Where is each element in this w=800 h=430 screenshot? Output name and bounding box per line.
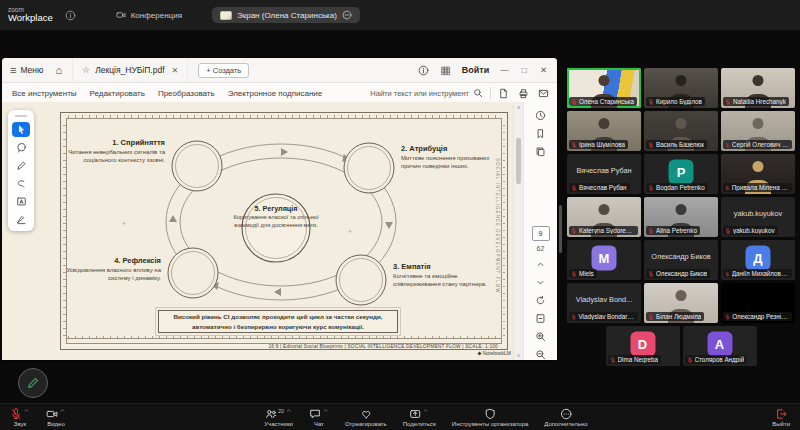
- toolbar-button-выйти[interactable]: Выйти: [772, 408, 790, 427]
- search-box[interactable]: Найти текст или инструмент: [370, 88, 483, 98]
- pdf-viewport[interactable]: 1. СприйняттяЧитання невербальних сигнал…: [2, 102, 557, 360]
- info-icon[interactable]: [65, 10, 76, 21]
- toolbar-button-инструменты-организатора[interactable]: Инструменты организатора: [452, 408, 528, 427]
- participant-tile[interactable]: Олена Старинська: [567, 68, 641, 108]
- info-icon[interactable]: [418, 65, 429, 76]
- toolbar-button-дополнительно[interactable]: Дополнительно: [544, 408, 587, 427]
- home-icon[interactable]: ⌂: [55, 65, 62, 76]
- participant-video: [676, 75, 687, 86]
- pdf-scrollbar-thumb[interactable]: [516, 138, 521, 184]
- node-body: Миттєве пояснення прихованих причин пове…: [401, 154, 501, 171]
- participant-tile[interactable]: Кирило Буділов: [644, 68, 718, 108]
- participant-tile[interactable]: Олександр Резніченко: [721, 283, 795, 323]
- mic-off-icon: [648, 99, 654, 105]
- toolbar-button-участники[interactable]: 20Участники: [264, 408, 293, 427]
- menu-item-1[interactable]: Редактировать: [90, 89, 145, 98]
- participant-name-label: Олена Старинська: [579, 98, 634, 105]
- tab-shared-screen[interactable]: Экран (Олена Старинська): [212, 7, 360, 23]
- chevron-up-icon[interactable]: [422, 407, 429, 414]
- participant-tile[interactable]: DDima Negreba: [606, 326, 680, 366]
- mail-icon[interactable]: [538, 88, 549, 99]
- participant-name-label: Vladyslav Bondarenko: [578, 313, 635, 320]
- participant-name-center: Vladyslav Bond...: [567, 283, 641, 315]
- participant-tile[interactable]: Vladyslav Bond...Vladyslav Bondarenko: [567, 283, 641, 323]
- mic-off-icon: [725, 185, 730, 191]
- chevron-up-icon[interactable]: [322, 407, 329, 414]
- star-icon[interactable]: ☆: [82, 65, 90, 75]
- toolbar-button-отреагировать[interactable]: Отреагировать: [345, 408, 387, 427]
- participant-name-center: Олександр Биков: [644, 240, 718, 272]
- annotate-button[interactable]: [18, 368, 48, 398]
- apps-grid-icon[interactable]: [440, 65, 451, 76]
- mic-off-icon: [10, 408, 22, 420]
- zoom-in-icon[interactable]: [535, 331, 546, 342]
- participant-tile[interactable]: Білан Людмила: [644, 283, 718, 323]
- participant-name-center: Вячеслав Рубан: [567, 154, 641, 186]
- crosshair-mark: +: [348, 228, 352, 235]
- menu-item-0[interactable]: Все инструменты: [12, 89, 77, 98]
- participant-tile[interactable]: AСтоляров Андрій: [683, 326, 757, 366]
- palette-drag-handle[interactable]: [15, 115, 27, 117]
- participant-tile[interactable]: Nataliia Hrechanyk: [721, 68, 795, 108]
- participant-tile[interactable]: Kateryna Sydorenko: [567, 197, 641, 237]
- scroll-up-arrow[interactable]: ∧: [514, 104, 523, 110]
- tab-meeting[interactable]: Конференция: [116, 10, 182, 20]
- participant-tile[interactable]: yakub.kuyukovyakub.kuyukov: [721, 197, 795, 237]
- pdf-scrollbar[interactable]: ∧ ∨: [513, 102, 523, 360]
- bookmark-icon[interactable]: [535, 128, 546, 139]
- zoom-out-icon[interactable]: [535, 349, 546, 360]
- panel-scrollbar-thumb[interactable]: [559, 205, 562, 253]
- chevron-up-icon[interactable]: [59, 407, 66, 414]
- participant-name-label: Столяров Андрій: [695, 356, 745, 363]
- menu-button[interactable]: ≡ Меню: [10, 65, 43, 76]
- export-doc-icon[interactable]: [498, 88, 509, 99]
- window-close-button[interactable]: ✕: [540, 65, 547, 75]
- toolbar-button-видео[interactable]: Видео: [46, 408, 66, 427]
- current-page-input[interactable]: 9: [532, 226, 550, 241]
- participant-tile[interactable]: Alina Petrenko: [644, 197, 718, 237]
- chevron-down-icon[interactable]: [88, 10, 98, 20]
- screen: zoom Workplace Конференция Экран (Олена …: [0, 0, 800, 430]
- window-maximize-button[interactable]: □: [522, 65, 527, 75]
- tool-pen-icon[interactable]: [12, 158, 30, 173]
- scroll-down-arrow[interactable]: ∨: [514, 352, 523, 358]
- tool-select-cursor-icon[interactable]: [12, 122, 30, 137]
- tool-sign-icon[interactable]: [12, 212, 30, 227]
- tool-add-comment-icon[interactable]: [12, 140, 30, 155]
- close-tab-icon[interactable]: ✕: [172, 66, 179, 75]
- participant-tile[interactable]: Василь Базелюк: [644, 111, 718, 151]
- tool-add-text-icon[interactable]: [12, 194, 30, 209]
- copy-pages-icon[interactable]: [535, 146, 546, 157]
- printer-icon[interactable]: [518, 88, 529, 99]
- create-button[interactable]: + Создать: [198, 63, 249, 78]
- chevron-up-icon[interactable]: [23, 407, 30, 414]
- participant-video: [676, 118, 687, 129]
- participant-tile[interactable]: Привала Мілена Олекс...: [721, 154, 795, 194]
- document-tab[interactable]: ☆ Лекція_НУБіП.pdf ✕: [72, 58, 188, 82]
- participant-tile[interactable]: Сергій Олегович Кубіц...: [721, 111, 795, 151]
- menu-item-2[interactable]: Преобразовать: [158, 89, 215, 98]
- toolbar-button-поделиться[interactable]: Поделиться: [403, 408, 436, 427]
- minus-circle-icon[interactable]: [342, 10, 352, 20]
- window-minimize-button[interactable]: —: [500, 65, 509, 75]
- participant-tile[interactable]: Вячеслав РубанВячеслав Рубан: [567, 154, 641, 194]
- participant-tile[interactable]: ДДаніїл Михайлович Кос...: [721, 240, 795, 280]
- diagram-node-bl: 4. РефлексіяУсвідомлення власного впливу…: [62, 256, 161, 283]
- toolbar-button-чат[interactable]: Чат: [309, 408, 329, 427]
- chevron-up-icon[interactable]: [285, 407, 292, 414]
- toolbar-button-звук[interactable]: Звук: [10, 408, 30, 427]
- sign-in-button[interactable]: Войти: [462, 65, 489, 75]
- participant-tile[interactable]: MMiels: [567, 240, 641, 280]
- chev-down-icon[interactable]: [535, 277, 546, 288]
- participant-tile[interactable]: PBogdan Petrenko: [644, 154, 718, 194]
- refresh-icon[interactable]: [535, 295, 546, 306]
- chev-up-icon[interactable]: [535, 259, 546, 270]
- tool-lasso-icon[interactable]: [12, 176, 30, 191]
- participant-tile[interactable]: Ірина Шумілова: [567, 111, 641, 151]
- clock-icon[interactable]: [535, 110, 546, 121]
- menu-item-3[interactable]: Электронное подписание: [228, 89, 323, 98]
- menu-label: Меню: [20, 65, 43, 75]
- avatar: A: [707, 331, 732, 356]
- fit-page-icon[interactable]: [535, 313, 546, 324]
- participant-tile[interactable]: Олександр БиковОлександр Биков: [644, 240, 718, 280]
